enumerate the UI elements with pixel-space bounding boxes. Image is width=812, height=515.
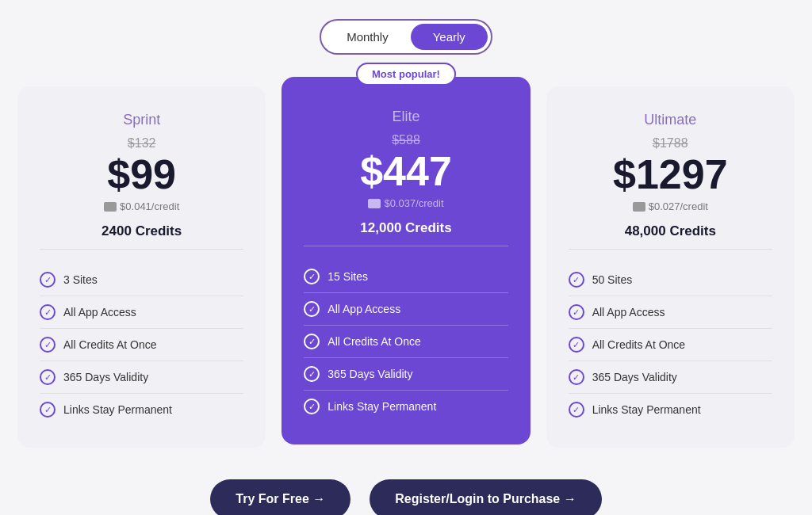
feature-text: Links Stay Permanent	[327, 400, 436, 413]
per-credit: $0.037/credit	[304, 197, 508, 209]
feature-list: ✓ 50 Sites ✓ All App Access ✓ All Credit…	[569, 264, 772, 425]
monthly-toggle[interactable]: Monthly	[324, 24, 411, 50]
plan-name: Elite	[304, 109, 508, 125]
check-icon: ✓	[569, 402, 584, 418]
plan-card-elite: Most popular! Elite $588 $447 $0.037/cre…	[282, 77, 530, 444]
yearly-toggle[interactable]: Yearly	[411, 24, 488, 50]
check-icon: ✓	[569, 369, 584, 385]
feature-item: ✓ All Credits At Once	[569, 329, 772, 361]
register-login-button[interactable]: Register/Login to Purchase →	[370, 479, 601, 515]
check-icon: ✓	[40, 369, 56, 385]
feature-list: ✓ 15 Sites ✓ All App Access ✓ All Credit…	[304, 261, 508, 422]
feature-item: ✓ All App Access	[569, 296, 772, 329]
feature-item: ✓ All Credits At Once	[304, 326, 508, 358]
check-icon: ✓	[304, 366, 320, 382]
check-icon: ✓	[569, 272, 584, 288]
feature-text: Links Stay Permanent	[63, 403, 172, 416]
feature-item: ✓ Links Stay Permanent	[569, 394, 772, 425]
feature-item: ✓ All Credits At Once	[40, 329, 243, 361]
feature-list: ✓ 3 Sites ✓ All App Access ✓ All Credits…	[40, 264, 243, 425]
credit-icon	[104, 202, 117, 212]
feature-item: ✓ 365 Days Validity	[40, 361, 243, 394]
credit-icon	[368, 199, 381, 208]
plan-name: Ultimate	[569, 112, 772, 128]
original-price: $588	[304, 133, 508, 147]
credits: 12,000 Credits	[304, 220, 508, 246]
cards-container: Sprint $132 $99 $0.041/credit 2400 Credi…	[17, 86, 795, 448]
feature-text: All Credits At Once	[63, 338, 157, 351]
feature-text: 365 Days Validity	[592, 371, 677, 383]
feature-item: ✓ 50 Sites	[569, 264, 772, 296]
feature-text: Links Stay Permanent	[592, 403, 701, 416]
check-icon: ✓	[304, 334, 320, 349]
credits: 2400 Credits	[40, 223, 243, 250]
feature-item: ✓ All App Access	[304, 293, 508, 326]
feature-item: ✓ Links Stay Permanent	[304, 391, 508, 422]
original-price: $132	[40, 136, 243, 151]
check-icon: ✓	[40, 304, 56, 320]
toggle-container: Monthly Yearly	[320, 19, 492, 55]
feature-text: All App Access	[327, 303, 400, 315]
credit-icon	[633, 202, 645, 212]
feature-text: All Credits At Once	[592, 338, 686, 351]
check-icon: ✓	[304, 269, 320, 284]
popular-badge: Most popular!	[356, 63, 456, 86]
per-credit: $0.041/credit	[40, 200, 243, 212]
feature-text: 15 Sites	[327, 270, 368, 283]
try-free-button[interactable]: Try For Free →	[210, 479, 350, 515]
feature-item: ✓ 365 Days Validity	[304, 358, 508, 391]
current-price: $1297	[569, 152, 772, 197]
check-icon: ✓	[40, 402, 56, 418]
feature-text: 365 Days Validity	[327, 368, 412, 380]
check-icon: ✓	[569, 337, 584, 353]
per-credit: $0.027/credit	[569, 200, 772, 212]
plan-name: Sprint	[40, 112, 243, 128]
feature-text: 3 Sites	[63, 273, 98, 286]
feature-item: ✓ 15 Sites	[304, 261, 508, 293]
original-price: $1788	[569, 136, 772, 151]
check-icon: ✓	[569, 304, 584, 320]
check-icon: ✓	[304, 399, 320, 414]
current-price: $447	[304, 149, 508, 194]
feature-text: 365 Days Validity	[63, 371, 148, 383]
check-icon: ✓	[40, 337, 56, 353]
credits: 48,000 Credits	[569, 223, 772, 250]
feature-text: All App Access	[63, 306, 136, 319]
feature-text: 50 Sites	[592, 273, 633, 286]
feature-item: ✓ All App Access	[40, 296, 243, 329]
buttons-row: Try For Free → Register/Login to Purchas…	[210, 479, 601, 515]
feature-item: ✓ 365 Days Validity	[569, 361, 772, 394]
plan-card-ultimate: Ultimate $1788 $1297 $0.027/credit 48,00…	[546, 86, 795, 448]
current-price: $99	[40, 152, 243, 197]
plan-card-sprint: Sprint $132 $99 $0.041/credit 2400 Credi…	[17, 86, 266, 448]
feature-item: ✓ 3 Sites	[40, 264, 243, 296]
feature-text: All App Access	[592, 306, 665, 319]
check-icon: ✓	[304, 301, 320, 317]
feature-text: All Credits At Once	[327, 335, 421, 348]
check-icon: ✓	[40, 272, 56, 288]
feature-item: ✓ Links Stay Permanent	[40, 394, 243, 425]
